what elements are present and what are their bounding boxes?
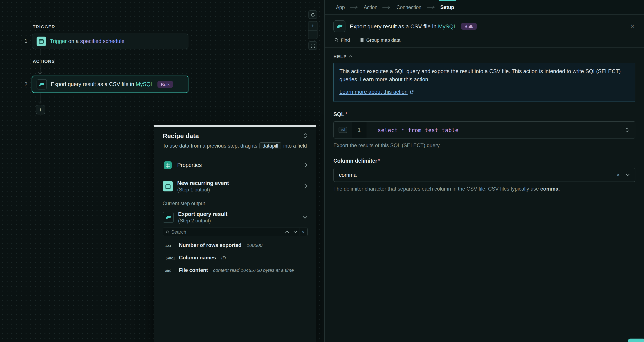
recipe-editor-window: + − TRIGGER 1 Trigger on a specified sch…: [0, 0, 644, 342]
panel-resize-bar[interactable]: [154, 125, 316, 127]
step1-output-item[interactable]: New recurring event (Step 1 output): [162, 180, 308, 192]
search-icon: [334, 38, 338, 42]
editor-resize-icon[interactable]: [620, 122, 635, 138]
fit-screen-button[interactable]: [308, 41, 317, 50]
properties-icon: [162, 160, 173, 170]
datapill-chip: datapill: [260, 142, 281, 149]
properties-item[interactable]: Properties: [162, 159, 308, 172]
sql-code[interactable]: select * from test_table: [366, 122, 620, 138]
datapill-label: Column names: [179, 255, 216, 261]
setup-panel: App Action Connection Setup Export query…: [324, 0, 644, 342]
clear-value-button[interactable]: ×: [617, 172, 620, 178]
zoom-in-button[interactable]: +: [308, 22, 317, 30]
tab-arrow-icon: [383, 6, 391, 9]
delimiter-value: comma: [339, 172, 357, 178]
group-map-data-button[interactable]: Group map data: [360, 38, 400, 42]
plus-icon: +: [311, 23, 314, 29]
panel-drag-handle-icon[interactable]: [303, 133, 308, 138]
find-button[interactable]: Find: [334, 38, 350, 42]
tab-app[interactable]: App: [336, 0, 345, 14]
reset-zoom-button[interactable]: [308, 10, 317, 19]
properties-label: Properties: [177, 162, 202, 168]
current-step-output-label: Current step output: [162, 201, 308, 206]
recipe-data-title: Recipe data: [162, 132, 199, 140]
sql-editor[interactable]: sql 1 select * from test_table: [334, 121, 636, 138]
plus-icon: +: [39, 107, 42, 113]
tab-label: App: [336, 4, 345, 10]
datapill-row[interactable]: [ABC] Column names ID: [162, 255, 308, 263]
datapill-hint-value: 100500: [247, 243, 262, 248]
step2-output-label: Export query result: [178, 211, 227, 217]
chevron-down-icon: [293, 230, 297, 233]
line-number: 1: [352, 122, 366, 138]
panel-title-app: MySQL: [438, 23, 457, 30]
connector-arrow-icon: [38, 71, 42, 75]
add-step-button[interactable]: +: [36, 105, 45, 114]
connector-arrow-icon: [38, 100, 42, 104]
sql-lang-badge: sql: [338, 127, 347, 133]
close-icon: ×: [302, 230, 304, 234]
step2-output-sublabel: (Step 2 output): [178, 218, 227, 223]
mysql-icon: [334, 20, 346, 32]
number-type-icon: 123: [165, 244, 176, 248]
chevron-up-icon: [285, 230, 289, 233]
step2-output-item[interactable]: Export query result (Step 2 output): [162, 211, 308, 223]
tab-action[interactable]: Action: [364, 0, 378, 14]
delimiter-select[interactable]: comma ×: [334, 168, 636, 182]
close-icon: ×: [617, 172, 620, 178]
datapill-hint: To use data from a previous step, drag i…: [162, 142, 308, 149]
fit-screen-icon: [310, 43, 315, 48]
datapill-search-bar: ×: [162, 228, 308, 236]
panel-title: Export query result as a CSV file in: [350, 23, 436, 30]
string-list-type-icon: [ABC]: [165, 257, 176, 260]
delimiter-helper-text: The delimiter character that separates e…: [334, 186, 636, 192]
step1-output-label: New recurring event: [177, 180, 229, 186]
recipe-canvas[interactable]: + − TRIGGER 1 Trigger on a specified sch…: [0, 0, 324, 342]
zoom-controls: + −: [308, 10, 318, 50]
chevron-up-icon: [349, 55, 353, 58]
datapill-label: Number of rows exported: [179, 242, 242, 248]
search-input[interactable]: [171, 228, 283, 236]
action-step-card[interactable]: Export query result as a CSV file in MyS…: [32, 76, 188, 93]
step1-number: 1: [24, 38, 27, 44]
trigger-step-card[interactable]: Trigger on a specified schedule: [32, 34, 188, 49]
step1-output-sublabel: (Step 1 output): [177, 187, 229, 192]
datapill-row[interactable]: 123 Number of rows exported 100500: [162, 242, 308, 251]
next-match-button[interactable]: [291, 228, 299, 236]
clear-search-button[interactable]: ×: [299, 228, 307, 236]
sql-field-label: SQL: [334, 112, 344, 118]
reset-zoom-icon: [310, 12, 315, 17]
bulk-badge: Bulk: [461, 23, 477, 30]
bulk-badge: Bulk: [158, 81, 173, 88]
datapill-row[interactable]: ABC File content content read 10485760 b…: [162, 267, 308, 276]
sql-helper-text: Export the results of this SQL (SELECT) …: [334, 142, 636, 148]
tab-label: Action: [364, 4, 378, 10]
learn-more-link[interactable]: Learn more about this action: [340, 88, 408, 96]
tab-setup[interactable]: Setup: [440, 0, 454, 14]
help-box: This action executes a SQL query and exp…: [334, 63, 636, 102]
bottom-right-fab[interactable]: [628, 338, 644, 342]
trigger-schedule-link[interactable]: specified schedule: [80, 38, 124, 44]
close-panel-button[interactable]: ×: [630, 23, 634, 30]
search-icon: [163, 228, 171, 236]
action-step-app: MySQL: [136, 81, 154, 87]
tab-arrow-icon: [426, 6, 435, 9]
prev-match-button[interactable]: [283, 228, 291, 236]
recipe-data-panel: Recipe data To use data from a previous …: [154, 125, 316, 342]
panel-header: Export query result as a CSV file in MyS…: [325, 15, 644, 32]
zoom-out-button[interactable]: −: [308, 30, 317, 39]
tab-connection[interactable]: Connection: [396, 0, 421, 14]
datapill-list: 123 Number of rows exported 100500 [ABC]…: [162, 242, 308, 276]
chevron-down-icon: [302, 216, 308, 219]
group-columns-icon: [360, 38, 364, 42]
delimiter-field-label: Column delimiter: [334, 158, 377, 164]
help-section-toggle[interactable]: HELP: [334, 54, 353, 59]
datapill-label: File content: [179, 267, 208, 273]
help-label: HELP: [334, 54, 347, 59]
mysql-icon: [162, 212, 174, 223]
chevron-right-icon: [304, 184, 308, 189]
required-asterisk: *: [378, 158, 380, 164]
datapill-hint-value: ID: [221, 255, 226, 260]
schedule-calendar-icon: [36, 36, 46, 46]
minus-icon: −: [311, 32, 314, 38]
